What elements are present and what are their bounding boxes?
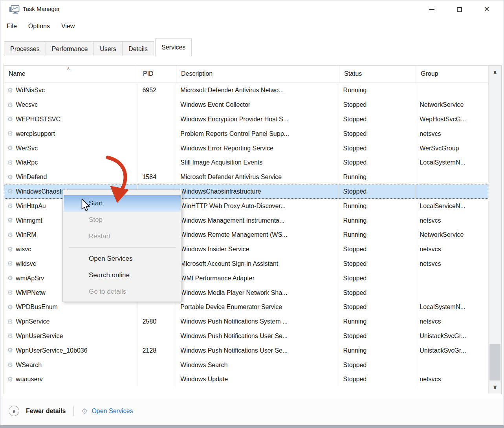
task-manager-icon bbox=[9, 5, 20, 14]
context-menu-item-go-to-details: Go to details bbox=[64, 284, 181, 300]
service-row[interactable]: ⚙WpnUserService_10b0362128Windows Push N… bbox=[4, 343, 488, 358]
cell-name: ⚙WEPHOSTSVC bbox=[4, 112, 138, 127]
status-bar: ∧ Fewer details ⚙ Open Services bbox=[1, 396, 503, 426]
service-row[interactable]: ⚙wercplsupportProblem Reports Control Pa… bbox=[4, 126, 488, 141]
cell-status: Running bbox=[339, 343, 416, 358]
service-gear-icon: ⚙ bbox=[7, 333, 13, 339]
service-row[interactable]: ⚙WSearchWindows SearchStopped bbox=[4, 358, 488, 372]
cell-group bbox=[415, 271, 488, 285]
cell-name: ⚙WiaRpc bbox=[4, 155, 138, 170]
cell-pid: 2580 bbox=[138, 315, 176, 329]
tab-users[interactable]: Users bbox=[94, 41, 123, 56]
cell-desc: Windows Error Reporting Service bbox=[176, 141, 339, 155]
cell-status: Running bbox=[339, 228, 416, 242]
cell-group: LocalSystemN... bbox=[415, 300, 488, 315]
cell-status: Stopped bbox=[339, 98, 416, 112]
scrollbar-thumb[interactable] bbox=[489, 344, 500, 380]
cell-pid: 6952 bbox=[138, 83, 176, 98]
cell-desc: Windows Insider Service bbox=[176, 242, 339, 257]
service-gear-icon: ⚙ bbox=[7, 116, 13, 123]
menu-bar: FileOptionsView bbox=[7, 23, 75, 30]
tab-performance[interactable]: Performance bbox=[46, 41, 94, 56]
cell-desc: Windows Management Instrumenta... bbox=[176, 213, 339, 228]
service-row[interactable]: ⚙WdNisSvc6952Microsoft Defender Antiviru… bbox=[4, 83, 488, 98]
column-header-pid[interactable]: PID bbox=[138, 66, 176, 82]
context-menu-item-open-services[interactable]: Open Services bbox=[64, 251, 181, 267]
cell-pid bbox=[138, 372, 176, 387]
service-gear-icon: ⚙ bbox=[7, 275, 13, 282]
menu-file[interactable]: File bbox=[7, 23, 17, 30]
cell-status: Stopped bbox=[339, 271, 416, 285]
cell-desc: Still Image Acquisition Events bbox=[176, 155, 339, 170]
services-gear-icon: ⚙ bbox=[81, 407, 88, 415]
scroll-up-button[interactable]: ∧ bbox=[489, 66, 501, 79]
minimize-button[interactable] bbox=[418, 0, 445, 18]
service-row[interactable]: ⚙WiaRpcStill Image Acquisition EventsSto… bbox=[4, 155, 488, 170]
vertical-scrollbar[interactable]: ∧ ∨ bbox=[488, 66, 501, 394]
cell-desc: Microsoft Defender Antivirus Netwo... bbox=[176, 83, 339, 98]
tab-services[interactable]: Services bbox=[155, 38, 192, 56]
service-gear-icon: ⚙ bbox=[7, 260, 13, 267]
cell-desc: Windows Remote Management (WS... bbox=[176, 228, 339, 242]
open-services-link[interactable]: Open Services bbox=[92, 408, 133, 415]
collapse-circle-icon[interactable]: ∧ bbox=[9, 406, 19, 416]
cell-group bbox=[415, 358, 488, 372]
cell-desc: Windows Push Notifications User Se... bbox=[176, 343, 339, 358]
column-header-status[interactable]: Status bbox=[339, 66, 416, 82]
scroll-down-button[interactable]: ∨ bbox=[489, 380, 501, 394]
service-gear-icon: ⚙ bbox=[7, 203, 13, 209]
cell-group: NetworkService bbox=[415, 228, 488, 242]
close-icon: × bbox=[484, 4, 489, 14]
service-row[interactable]: ⚙WPDBusEnumPortable Device Enumerator Se… bbox=[4, 300, 488, 315]
column-header-description[interactable]: Description bbox=[176, 66, 339, 82]
cell-pid bbox=[138, 141, 176, 155]
window-controls: × bbox=[418, 0, 500, 18]
cell-group: LocalServiceN... bbox=[415, 199, 488, 213]
service-row[interactable]: ⚙WecsvcWindows Event CollectorStoppedNet… bbox=[4, 98, 488, 112]
service-row[interactable]: ⚙WpnService2580Windows Push Notification… bbox=[4, 315, 488, 329]
cell-status: Stopped bbox=[339, 372, 416, 387]
cell-status: Stopped bbox=[339, 185, 416, 199]
cell-desc: WMI Performance Adapter bbox=[176, 271, 339, 285]
cell-status: Stopped bbox=[339, 141, 416, 155]
cell-name: ⚙Wecsvc bbox=[4, 98, 138, 112]
cell-status: Running bbox=[339, 199, 416, 213]
cell-desc: Windows Push Notifications User Se... bbox=[176, 329, 339, 344]
title-bar: Task Manager × bbox=[0, 0, 504, 19]
cell-group: netsvcs bbox=[415, 372, 488, 387]
cell-status: Stopped bbox=[339, 242, 416, 257]
cell-group: netsvcs bbox=[415, 126, 488, 141]
cell-group: UnistackSvcGr... bbox=[415, 343, 488, 358]
service-row[interactable]: ⚙WEPHOSTSVCWindows Encryption Provider H… bbox=[4, 112, 488, 127]
cell-pid bbox=[138, 98, 176, 112]
service-row[interactable]: ⚙WinDefend1584Microsoft Defender Antivir… bbox=[4, 170, 488, 185]
fewer-details-button[interactable]: Fewer details bbox=[26, 408, 66, 415]
column-header-group[interactable]: Group bbox=[416, 66, 489, 82]
cell-name: ⚙WpnUserService_10b036 bbox=[4, 343, 138, 358]
menu-view[interactable]: View bbox=[61, 23, 75, 30]
service-row[interactable]: ⚙wuauservWindows UpdateStoppednetsvcs bbox=[4, 372, 488, 387]
cell-group: NetworkService bbox=[415, 98, 488, 112]
cell-group: WepHostSvcG... bbox=[415, 112, 488, 127]
context-menu-item-search-online[interactable]: Search online bbox=[64, 267, 181, 284]
close-button[interactable]: × bbox=[473, 0, 500, 18]
service-gear-icon: ⚙ bbox=[7, 174, 13, 181]
cell-name: ⚙WpnUserService bbox=[4, 329, 138, 344]
cell-group: netsvcs bbox=[415, 213, 488, 228]
cell-pid bbox=[138, 126, 176, 141]
maximize-button[interactable] bbox=[445, 0, 473, 18]
service-row[interactable]: ⚙WpnUserServiceWindows Push Notification… bbox=[4, 329, 488, 344]
column-header-name[interactable]: Name bbox=[4, 66, 138, 82]
cell-group: WerSvcGroup bbox=[415, 141, 488, 155]
service-gear-icon: ⚙ bbox=[7, 145, 13, 152]
cell-status: Stopped bbox=[339, 300, 416, 315]
tab-details[interactable]: Details bbox=[123, 41, 154, 56]
cell-status: Running bbox=[339, 315, 416, 329]
cell-status: Running bbox=[339, 170, 416, 185]
service-row[interactable]: ⚙WerSvcWindows Error Reporting ServiceSt… bbox=[4, 141, 488, 155]
menu-options[interactable]: Options bbox=[28, 23, 50, 30]
cell-desc: Microsoft Defender Antivirus Service bbox=[176, 170, 339, 185]
context-menu-item-start[interactable]: Start bbox=[64, 195, 181, 212]
tab-processes[interactable]: Processes bbox=[4, 41, 46, 56]
service-gear-icon: ⚙ bbox=[7, 347, 13, 354]
